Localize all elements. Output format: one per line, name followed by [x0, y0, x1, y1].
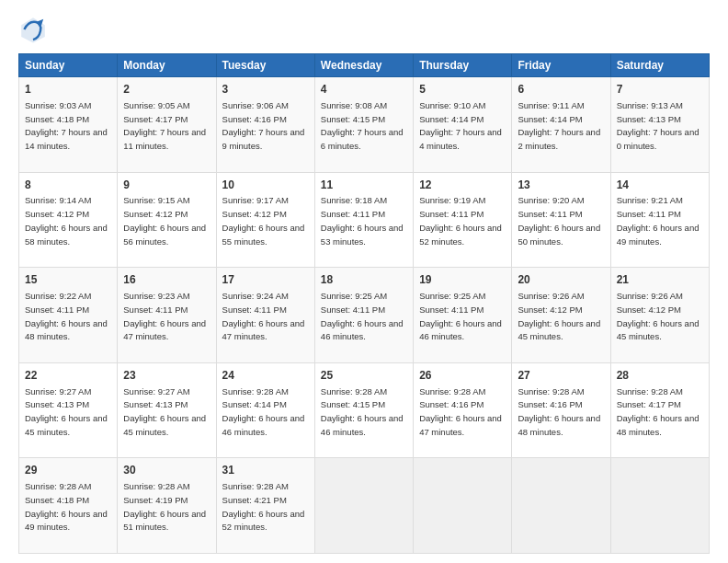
- weekday-header-wednesday: Wednesday: [314, 54, 413, 77]
- day-number: 6: [518, 82, 604, 98]
- calendar-cell: 19Sunrise: 9:25 AMSunset: 4:11 PMDayligh…: [414, 268, 512, 363]
- calendar-cell: 9Sunrise: 9:15 AMSunset: 4:12 PMDaylight…: [118, 172, 216, 268]
- weekday-header-sunday: Sunday: [19, 54, 118, 77]
- calendar-cell: 12Sunrise: 9:19 AMSunset: 4:11 PMDayligh…: [414, 172, 512, 268]
- day-number: 22: [25, 368, 111, 384]
- calendar-cell: 25Sunrise: 9:28 AMSunset: 4:15 PMDayligh…: [314, 362, 413, 458]
- calendar-cell: 21Sunrise: 9:26 AMSunset: 4:12 PMDayligh…: [610, 268, 709, 363]
- day-number: 3: [222, 82, 309, 98]
- day-number: 1: [25, 82, 111, 98]
- day-number: 24: [222, 368, 309, 384]
- calendar-cell: 3Sunrise: 9:06 AMSunset: 4:16 PMDaylight…: [216, 77, 314, 173]
- weekday-header-tuesday: Tuesday: [216, 54, 314, 77]
- calendar-cell: [314, 458, 413, 554]
- day-detail: Sunrise: 9:27 AMSunset: 4:13 PMDaylight:…: [123, 386, 206, 437]
- day-number: 26: [419, 368, 506, 384]
- calendar-cell: [512, 458, 610, 554]
- day-number: 23: [123, 368, 210, 384]
- calendar-cell: 8Sunrise: 9:14 AMSunset: 4:12 PMDaylight…: [19, 172, 118, 268]
- day-number: 20: [518, 272, 604, 288]
- day-number: 21: [617, 272, 703, 288]
- day-detail: Sunrise: 9:05 AMSunset: 4:17 PMDaylight:…: [123, 100, 206, 151]
- day-detail: Sunrise: 9:28 AMSunset: 4:15 PMDaylight:…: [321, 386, 404, 437]
- calendar-week-3: 15Sunrise: 9:22 AMSunset: 4:11 PMDayligh…: [19, 268, 710, 363]
- day-detail: Sunrise: 9:14 AMSunset: 4:12 PMDaylight:…: [25, 195, 108, 246]
- day-number: 12: [419, 178, 506, 193]
- day-number: 17: [222, 272, 309, 288]
- day-number: 2: [123, 82, 210, 98]
- day-detail: Sunrise: 9:25 AMSunset: 4:11 PMDaylight:…: [321, 291, 404, 341]
- day-detail: Sunrise: 9:20 AMSunset: 4:11 PMDaylight:…: [518, 195, 600, 246]
- calendar-cell: 1Sunrise: 9:03 AMSunset: 4:18 PMDaylight…: [19, 77, 118, 173]
- day-detail: Sunrise: 9:10 AMSunset: 4:14 PMDaylight:…: [419, 100, 502, 151]
- calendar-cell: 18Sunrise: 9:25 AMSunset: 4:11 PMDayligh…: [314, 268, 413, 363]
- day-number: 10: [222, 178, 309, 193]
- calendar-cell: 17Sunrise: 9:24 AMSunset: 4:11 PMDayligh…: [216, 268, 314, 363]
- day-number: 29: [25, 463, 111, 478]
- day-detail: Sunrise: 9:25 AMSunset: 4:11 PMDaylight:…: [419, 291, 502, 341]
- calendar-cell: [610, 458, 709, 554]
- day-number: 28: [617, 368, 703, 384]
- day-detail: Sunrise: 9:28 AMSunset: 4:21 PMDaylight:…: [222, 481, 305, 532]
- day-number: 18: [321, 272, 407, 288]
- day-detail: Sunrise: 9:28 AMSunset: 4:19 PMDaylight:…: [123, 481, 206, 532]
- day-detail: Sunrise: 9:06 AMSunset: 4:16 PMDaylight:…: [222, 100, 305, 151]
- header: [18, 15, 710, 44]
- calendar-cell: 31Sunrise: 9:28 AMSunset: 4:21 PMDayligh…: [216, 458, 314, 554]
- calendar-cell: 5Sunrise: 9:10 AMSunset: 4:14 PMDaylight…: [414, 77, 512, 173]
- calendar-cell: 15Sunrise: 9:22 AMSunset: 4:11 PMDayligh…: [19, 268, 118, 363]
- day-detail: Sunrise: 9:26 AMSunset: 4:12 PMDaylight:…: [518, 291, 600, 341]
- calendar-week-4: 22Sunrise: 9:27 AMSunset: 4:13 PMDayligh…: [19, 362, 710, 458]
- day-detail: Sunrise: 9:08 AMSunset: 4:15 PMDaylight:…: [321, 100, 404, 151]
- day-number: 31: [222, 463, 309, 478]
- day-detail: Sunrise: 9:11 AMSunset: 4:14 PMDaylight:…: [518, 100, 600, 151]
- day-detail: Sunrise: 9:28 AMSunset: 4:16 PMDaylight:…: [419, 386, 502, 437]
- day-detail: Sunrise: 9:17 AMSunset: 4:12 PMDaylight:…: [222, 195, 305, 246]
- day-detail: Sunrise: 9:28 AMSunset: 4:16 PMDaylight:…: [518, 386, 600, 437]
- day-number: 7: [617, 82, 703, 98]
- calendar-cell: 16Sunrise: 9:23 AMSunset: 4:11 PMDayligh…: [118, 268, 216, 363]
- day-detail: Sunrise: 9:26 AMSunset: 4:12 PMDaylight:…: [617, 291, 700, 341]
- logo: [18, 15, 53, 44]
- calendar-cell: 10Sunrise: 9:17 AMSunset: 4:12 PMDayligh…: [216, 172, 314, 268]
- weekday-header-friday: Friday: [512, 54, 610, 77]
- calendar-week-5: 29Sunrise: 9:28 AMSunset: 4:18 PMDayligh…: [19, 458, 710, 554]
- day-detail: Sunrise: 9:19 AMSunset: 4:11 PMDaylight:…: [419, 195, 502, 246]
- day-detail: Sunrise: 9:23 AMSunset: 4:11 PMDaylight:…: [123, 291, 206, 341]
- day-detail: Sunrise: 9:21 AMSunset: 4:11 PMDaylight:…: [617, 195, 700, 246]
- day-detail: Sunrise: 9:15 AMSunset: 4:12 PMDaylight:…: [123, 195, 206, 246]
- calendar-week-1: 1Sunrise: 9:03 AMSunset: 4:18 PMDaylight…: [19, 77, 710, 173]
- day-number: 16: [123, 272, 210, 288]
- calendar-cell: 26Sunrise: 9:28 AMSunset: 4:16 PMDayligh…: [414, 362, 512, 458]
- day-number: 27: [518, 368, 604, 384]
- calendar-cell: 23Sunrise: 9:27 AMSunset: 4:13 PMDayligh…: [118, 362, 216, 458]
- day-number: 8: [25, 178, 111, 193]
- day-number: 19: [419, 272, 506, 288]
- day-detail: Sunrise: 9:03 AMSunset: 4:18 PMDaylight:…: [25, 100, 108, 151]
- calendar-cell: 14Sunrise: 9:21 AMSunset: 4:11 PMDayligh…: [610, 172, 709, 268]
- calendar-cell: 24Sunrise: 9:28 AMSunset: 4:14 PMDayligh…: [216, 362, 314, 458]
- calendar-cell: 11Sunrise: 9:18 AMSunset: 4:11 PMDayligh…: [314, 172, 413, 268]
- day-number: 30: [123, 463, 210, 478]
- calendar-cell: 29Sunrise: 9:28 AMSunset: 4:18 PMDayligh…: [19, 458, 118, 554]
- calendar-cell: 7Sunrise: 9:13 AMSunset: 4:13 PMDaylight…: [610, 77, 709, 173]
- day-detail: Sunrise: 9:27 AMSunset: 4:13 PMDaylight:…: [25, 386, 108, 437]
- day-detail: Sunrise: 9:18 AMSunset: 4:11 PMDaylight:…: [321, 195, 404, 246]
- day-detail: Sunrise: 9:22 AMSunset: 4:11 PMDaylight:…: [25, 291, 108, 341]
- calendar-week-2: 8Sunrise: 9:14 AMSunset: 4:12 PMDaylight…: [19, 172, 710, 268]
- day-number: 13: [518, 178, 604, 193]
- calendar-table: SundayMondayTuesdayWednesdayThursdayFrid…: [18, 53, 710, 554]
- day-number: 11: [321, 178, 407, 193]
- day-detail: Sunrise: 9:24 AMSunset: 4:11 PMDaylight:…: [222, 291, 305, 341]
- day-number: 25: [321, 368, 407, 384]
- calendar-cell: 4Sunrise: 9:08 AMSunset: 4:15 PMDaylight…: [314, 77, 413, 173]
- weekday-header-monday: Monday: [118, 54, 216, 77]
- day-detail: Sunrise: 9:28 AMSunset: 4:17 PMDaylight:…: [617, 386, 700, 437]
- logo-icon: [18, 15, 48, 44]
- day-number: 14: [617, 178, 703, 193]
- weekday-header-row: SundayMondayTuesdayWednesdayThursdayFrid…: [19, 54, 710, 77]
- weekday-header-saturday: Saturday: [610, 54, 709, 77]
- calendar-cell: [414, 458, 512, 554]
- day-detail: Sunrise: 9:13 AMSunset: 4:13 PMDaylight:…: [617, 100, 700, 151]
- day-detail: Sunrise: 9:28 AMSunset: 4:18 PMDaylight:…: [25, 481, 108, 532]
